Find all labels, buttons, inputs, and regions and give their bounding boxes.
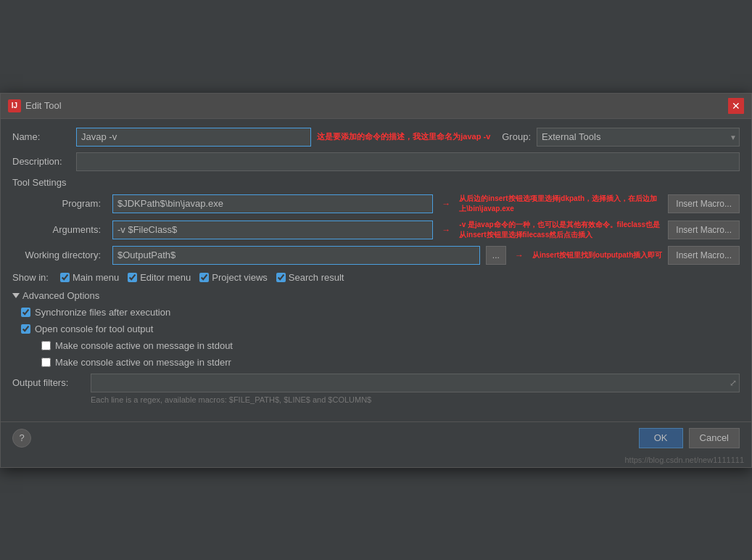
cancel-button[interactable]: Cancel xyxy=(689,428,740,448)
stderr-label: Make console active on message in stderr xyxy=(55,357,231,368)
advanced-options-content: Synchronize files after execution Open c… xyxy=(12,307,740,368)
edit-tool-dialog: IJ Edit Tool ✕ Name: 这是要添加的命令的描述，我这里命名为j… xyxy=(0,93,752,468)
stderr-checkbox[interactable] xyxy=(41,358,51,367)
bottom-bar: ? OK Cancel xyxy=(1,421,751,454)
search-result-checkbox[interactable] xyxy=(276,273,286,282)
arguments-arrow: → xyxy=(442,225,450,235)
working-directory-insert-macro-button[interactable]: Insert Macro... xyxy=(668,246,740,265)
stdout-option: Make console active on message in stdout xyxy=(21,340,740,351)
show-in-editor-menu: Editor menu xyxy=(128,272,191,283)
output-filters-wrapper: ⤢ xyxy=(91,374,740,392)
advanced-options-toggle[interactable]: Advanced Options xyxy=(12,290,740,301)
output-filters-label: Output filters: xyxy=(12,377,85,388)
main-menu-label: Main menu xyxy=(73,272,119,283)
help-button[interactable]: ? xyxy=(12,429,31,448)
arguments-label: Arguments: xyxy=(12,224,107,235)
sync-files-option: Synchronize files after execution xyxy=(21,307,740,318)
dialog-content: Name: 这是要添加的命令的描述，我这里命名为javap -v Group: … xyxy=(1,119,751,421)
project-views-checkbox[interactable] xyxy=(199,273,209,282)
editor-menu-label: Editor menu xyxy=(140,272,191,283)
show-in-search-result: Search result xyxy=(276,272,344,283)
title-bar-left: IJ Edit Tool xyxy=(8,99,62,112)
working-directory-row: Working directory: ... → 从insert按钮里找到out… xyxy=(12,246,740,265)
description-input[interactable] xyxy=(76,152,740,171)
working-dir-arrow: → xyxy=(515,250,524,260)
program-label: Program: xyxy=(12,198,107,209)
main-menu-checkbox[interactable] xyxy=(60,273,70,282)
name-label: Name: xyxy=(12,131,70,142)
sync-files-checkbox[interactable] xyxy=(21,308,30,317)
project-views-label: Project views xyxy=(212,272,268,283)
name-row: Name: 这是要添加的命令的描述，我这里命名为javap -v Group: … xyxy=(12,128,740,147)
search-result-label: Search result xyxy=(289,272,344,283)
triangle-down-icon xyxy=(12,293,20,298)
close-button[interactable]: ✕ xyxy=(728,98,744,114)
show-in-label: Show in: xyxy=(12,272,49,283)
open-console-option: Open console for tool output xyxy=(21,324,740,334)
working-dir-annotation: 从insert按钮里找到outputpath插入即可 xyxy=(532,250,662,260)
working-directory-label: Working directory: xyxy=(12,250,107,260)
tool-settings-label: Tool Settings xyxy=(12,177,740,188)
arguments-insert-macro-button[interactable]: Insert Macro... xyxy=(668,221,740,239)
program-insert-macro-button[interactable]: Insert Macro... xyxy=(668,194,740,213)
show-in-project-views: Project views xyxy=(199,272,268,283)
editor-menu-checkbox[interactable] xyxy=(128,273,137,282)
dialog-title: Edit Tool xyxy=(25,100,62,111)
stderr-option: Make console active on message in stderr xyxy=(21,357,740,368)
stdout-checkbox[interactable] xyxy=(41,341,51,350)
output-filters-input[interactable] xyxy=(91,374,740,392)
output-filters-hint: Each line is a regex, available macros: … xyxy=(12,395,740,404)
sync-files-label: Synchronize files after execution xyxy=(35,307,170,318)
group-dropdown[interactable]: External Tools xyxy=(537,128,740,147)
name-annotation: 这是要添加的命令的描述，我这里命名为javap -v xyxy=(317,131,490,142)
show-in-row: Show in: Main menu Editor menu Project v… xyxy=(12,272,740,283)
tool-settings-section: Tool Settings Program: → 从后边的insert按钮选项里… xyxy=(12,177,740,265)
app-icon: IJ xyxy=(8,99,21,112)
arguments-input[interactable] xyxy=(112,221,433,239)
group-label: Group: xyxy=(502,131,531,142)
watermark: https://blog.csdn.net/new1111111 xyxy=(1,454,751,467)
program-row: Program: → 从后边的insert按钮选项里选择jdkpath，选择插入… xyxy=(12,194,740,214)
stdout-label: Make console active on message in stdout xyxy=(55,340,233,351)
show-in-main-menu: Main menu xyxy=(60,272,119,283)
open-console-label: Open console for tool output xyxy=(35,324,153,334)
advanced-options-label: Advanced Options xyxy=(22,290,99,301)
working-directory-browse-button[interactable]: ... xyxy=(486,246,506,265)
output-filters-row: Output filters: ⤢ xyxy=(12,374,740,392)
bottom-right-buttons: OK Cancel xyxy=(639,428,740,448)
arguments-row: Arguments: → -v 是javap命令的一种，也可以是其他有效命令。f… xyxy=(12,220,740,240)
name-input[interactable] xyxy=(76,128,311,147)
arguments-annotation: -v 是javap命令的一种，也可以是其他有效命令。fileclass也是从in… xyxy=(459,220,662,240)
working-directory-input[interactable] xyxy=(112,246,480,265)
program-arrow: → xyxy=(442,199,450,209)
program-annotation: 从后边的insert按钮选项里选择jdkpath，选择插入，在后边加上\bin\… xyxy=(459,194,662,214)
ok-button[interactable]: OK xyxy=(639,428,683,448)
open-console-checkbox[interactable] xyxy=(21,324,30,334)
description-row: Description: xyxy=(12,152,740,171)
advanced-options-section: Advanced Options Synchronize files after… xyxy=(12,290,740,368)
program-input[interactable] xyxy=(112,194,433,213)
output-filters-expand-icon[interactable]: ⤢ xyxy=(730,378,737,388)
description-label: Description: xyxy=(12,156,70,167)
title-bar: IJ Edit Tool ✕ xyxy=(1,94,751,119)
